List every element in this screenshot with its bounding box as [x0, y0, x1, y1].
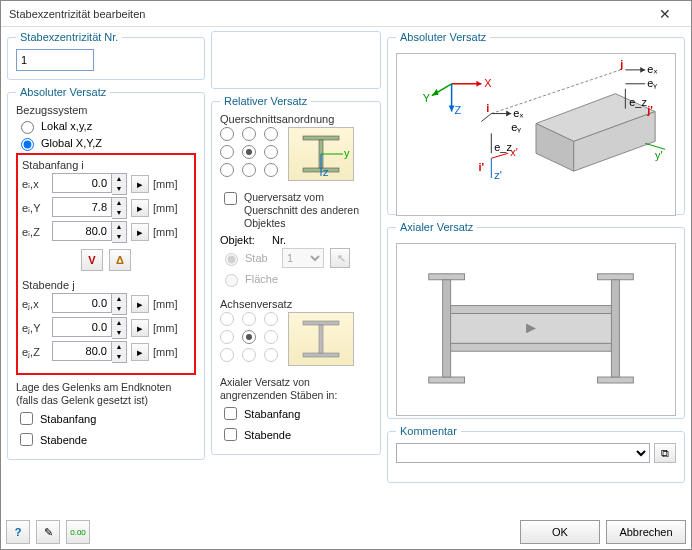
axis-bc: [242, 348, 256, 362]
calc-button[interactable]: 0.00: [66, 520, 90, 544]
axis-br: [264, 348, 278, 362]
abs-legend: Absoluter Versatz: [16, 86, 110, 98]
input-ejy[interactable]: [52, 317, 112, 337]
axis-mc: [242, 330, 256, 344]
anchor-tl[interactable]: [220, 127, 234, 141]
edit-button[interactable]: ✎: [36, 520, 60, 544]
unit-eiy: [mm]: [153, 202, 177, 214]
svg-text:eₓ: eₓ: [513, 107, 524, 119]
anchor-grid: [220, 127, 282, 177]
input-ejz[interactable]: [52, 341, 112, 361]
stabende-label: Stabende j: [22, 279, 190, 291]
abs-diagram-svg: X Y Z i eₓ eᵧ e_z: [397, 54, 675, 213]
axis-bl: [220, 348, 234, 362]
anchor-tc[interactable]: [242, 127, 256, 141]
svg-line-31: [491, 153, 508, 158]
kommentar-copy-button[interactable]: ⧉: [654, 443, 676, 463]
section-thumb: y z: [288, 127, 354, 181]
chk-stabende-rel[interactable]: Stabende: [220, 425, 372, 444]
eiz-up[interactable]: ▲: [112, 222, 126, 232]
eix-up[interactable]: ▲: [112, 174, 126, 184]
ejy-up[interactable]: ▲: [112, 318, 126, 328]
anchor-mc[interactable]: [242, 145, 256, 159]
svg-text:eₓ: eₓ: [647, 63, 658, 75]
ejz-down[interactable]: ▼: [112, 352, 126, 362]
eix-down[interactable]: ▼: [112, 184, 126, 194]
radio-lokal-input[interactable]: [21, 121, 34, 134]
title-bar: Stabexzentrizität bearbeiten ✕: [1, 1, 691, 27]
eiz-arrow-button[interactable]: ▸: [131, 223, 149, 241]
chk-stabende-abs-input[interactable]: [20, 433, 33, 446]
svg-text:z': z': [494, 169, 502, 181]
ejx-down[interactable]: ▼: [112, 304, 126, 314]
ax-diagram-svg: [397, 244, 675, 413]
unit-ejz: [mm]: [153, 346, 177, 358]
input-eiz[interactable]: [52, 221, 112, 241]
chk-stabende-rel-input[interactable]: [224, 428, 237, 441]
anchor-bc[interactable]: [242, 163, 256, 177]
down-arrow-button[interactable]: V: [81, 249, 103, 271]
svg-text:j: j: [619, 58, 623, 70]
unit-ejy: [mm]: [153, 322, 177, 334]
chk-stabanfang-abs[interactable]: Stabanfang: [16, 409, 196, 428]
up-arrow-button[interactable]: Δ: [109, 249, 131, 271]
rel-group: Relativer Versatz Querschnittsanordnung: [211, 95, 381, 455]
eix-arrow-button[interactable]: ▸: [131, 175, 149, 193]
radio-lokal[interactable]: Lokal x,y,z: [16, 118, 196, 134]
ok-button[interactable]: OK: [520, 520, 600, 544]
ax-text1: Axialer Versatz von: [220, 376, 372, 389]
chk-stabanfang-abs-input[interactable]: [20, 412, 33, 425]
lbl-ejz: eⱼ,Z: [22, 346, 48, 359]
ejx-arrow-button[interactable]: ▸: [131, 295, 149, 313]
ejx-up[interactable]: ▲: [112, 294, 126, 304]
eiy-arrow-button[interactable]: ▸: [131, 199, 149, 217]
eiz-down[interactable]: ▼: [112, 232, 126, 242]
lbl-ejx: eⱼ,x: [22, 298, 48, 311]
ax-text2: angrenzenden Stäben in:: [220, 389, 372, 402]
input-eiy[interactable]: [52, 197, 112, 217]
ejz-up[interactable]: ▲: [112, 342, 126, 352]
anchor-mr[interactable]: [264, 145, 278, 159]
svg-rect-7: [303, 321, 339, 325]
radio-global[interactable]: Global X,Y,Z: [16, 135, 196, 151]
svg-text:z: z: [323, 166, 329, 178]
svg-text:x': x': [510, 146, 518, 158]
lage-text1: Lage des Gelenks am Endknoten: [16, 381, 196, 394]
anchor-tr[interactable]: [264, 127, 278, 141]
nr-input[interactable]: [16, 49, 94, 71]
kommentar-group: Kommentar ⧉: [387, 425, 685, 483]
ejz-arrow-button[interactable]: ▸: [131, 343, 149, 361]
close-button[interactable]: ✕: [647, 5, 683, 23]
chk-querversatz[interactable]: Querversatz vom Querschnitt des anderen …: [220, 191, 372, 230]
help-button[interactable]: ?: [6, 520, 30, 544]
radio-stab: Stab: [220, 250, 276, 266]
axis-ibeam-icon: [291, 315, 351, 363]
ejy-down[interactable]: ▼: [112, 328, 126, 338]
anchor-br[interactable]: [264, 163, 278, 177]
anchor-ml[interactable]: [220, 145, 234, 159]
ach-label: Achsenversatz: [220, 298, 372, 310]
abs-diagram-legend: Absoluter Versatz: [396, 31, 490, 43]
svg-text:i': i': [478, 161, 484, 173]
chk-stabanfang-rel[interactable]: Stabanfang: [220, 404, 372, 423]
chk-querversatz-input[interactable]: [224, 192, 237, 205]
svg-marker-14: [432, 89, 439, 96]
input-ejx[interactable]: [52, 293, 112, 313]
ejy-arrow-button[interactable]: ▸: [131, 319, 149, 337]
chk-stabanfang-rel-input[interactable]: [224, 407, 237, 420]
eiy-down[interactable]: ▼: [112, 208, 126, 218]
eiy-up[interactable]: ▲: [112, 198, 126, 208]
stabanfang-label: Stabanfang i: [22, 159, 190, 171]
radio-global-input[interactable]: [21, 138, 34, 151]
svg-text:eᵧ: eᵧ: [511, 121, 521, 133]
input-eix[interactable]: [52, 173, 112, 193]
highlight-box: Stabanfang i eᵢ,x ▲▼ ▸ [mm] eᵢ,Y ▲▼ ▸ [m…: [16, 153, 196, 375]
abs-diagram-group: Absoluter Versatz X Y Z: [387, 31, 685, 215]
chk-stabende-abs[interactable]: Stabende: [16, 430, 196, 449]
svg-text:Z: Z: [455, 104, 462, 116]
kommentar-select[interactable]: [396, 443, 650, 463]
anchor-bl[interactable]: [220, 163, 234, 177]
lbl-ejy: eⱼ,Y: [22, 322, 48, 335]
svg-rect-0: [303, 136, 339, 140]
cancel-button[interactable]: Abbrechen: [606, 520, 686, 544]
